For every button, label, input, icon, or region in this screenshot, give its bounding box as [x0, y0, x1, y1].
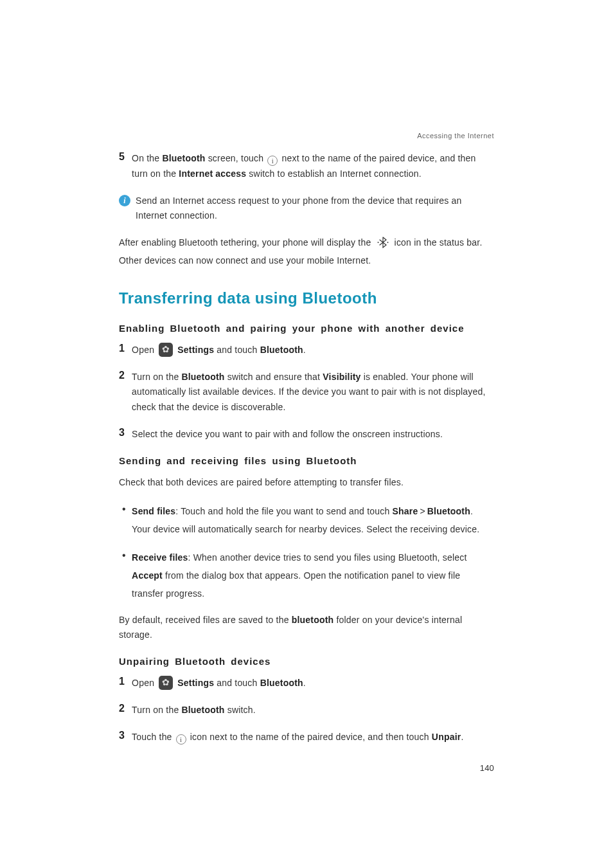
text: : When another device tries to send you …	[188, 552, 467, 563]
step-body: Touch the i icon next to the name of the…	[132, 730, 493, 745]
info-note: i Send an Internet access request to you…	[119, 194, 494, 224]
step-body: Turn on the Bluetooth switch.	[132, 703, 493, 718]
step-1: 1 Open Settings and touch Bluetooth.	[119, 676, 494, 691]
settings-icon	[159, 676, 173, 690]
text: switch.	[225, 705, 256, 715]
bold: Bluetooth	[162, 153, 205, 163]
text: On the	[132, 153, 162, 163]
step-3: 3 Touch the i icon next to the name of t…	[119, 730, 494, 745]
bold: bluetooth	[292, 615, 334, 625]
step-number: 3	[119, 427, 129, 439]
bold: Accept	[132, 570, 163, 581]
step-2: 2 Turn on the Bluetooth switch.	[119, 703, 494, 718]
bluetooth-tethering-icon	[377, 237, 389, 253]
paragraph: By default, received files are saved to …	[119, 613, 494, 644]
bold: Bluetooth	[181, 372, 224, 382]
text: .	[303, 678, 306, 688]
info-icon: i	[267, 156, 278, 166]
bold: Bluetooth	[427, 506, 470, 516]
text: By default, received files are saved to …	[119, 615, 292, 625]
step-3: 3 Select the device you want to pair wit…	[119, 427, 494, 442]
info-icon: i	[176, 734, 186, 745]
text: Open	[132, 345, 157, 355]
paragraph: After enabling Bluetooth tethering, your…	[119, 235, 494, 269]
text: Turn on the	[132, 372, 181, 382]
step-body: Turn on the Bluetooth switch and ensure …	[132, 370, 493, 415]
bold: Send files	[132, 506, 175, 516]
step-body: On the Bluetooth screen, touch i next to…	[132, 151, 493, 182]
subsection-heading: Enabling Bluetooth and pairing your phon…	[119, 323, 494, 334]
text: .	[303, 345, 306, 355]
subsection-heading: Sending and receiving files using Blueto…	[119, 455, 494, 466]
note-body: Send an Internet access request to your …	[136, 194, 493, 224]
list-item: • Send files: Touch and hold the file yo…	[119, 502, 494, 538]
text: Turn on the	[132, 705, 181, 715]
bold: Bluetooth	[260, 678, 303, 688]
text: After enabling Bluetooth tethering, your…	[119, 237, 374, 248]
text: Touch the	[132, 732, 175, 742]
page-number: 140	[119, 763, 494, 773]
bold: Settings	[177, 678, 214, 688]
document-page: Accessing the Internet 5 On the Bluetoot…	[0, 0, 613, 811]
paragraph: Check that both devices are paired befor…	[119, 475, 494, 491]
step-number: 3	[119, 730, 129, 741]
note-icon: i	[119, 195, 130, 206]
text: Open	[132, 678, 157, 688]
bold: Bluetooth	[181, 705, 224, 715]
bold: Receive files	[132, 552, 188, 563]
step-body: Open Settings and touch Bluetooth.	[132, 676, 493, 691]
chevron-right-icon: >	[420, 506, 425, 516]
step-body: Select the device you want to pair with …	[132, 427, 493, 442]
svg-point-0	[377, 242, 378, 243]
step-2: 2 Turn on the Bluetooth switch and ensur…	[119, 370, 494, 415]
svg-point-1	[387, 242, 388, 243]
step-number: 1	[119, 676, 129, 687]
list-item: • Receive files: When another device tri…	[119, 548, 494, 602]
text: switch to establish an Internet connecti…	[246, 168, 422, 179]
text: : Touch and hold the file you want to se…	[175, 506, 392, 516]
list-body: Receive files: When another device tries…	[132, 548, 493, 602]
step-number: 5	[119, 151, 129, 163]
text: switch and ensure that	[225, 372, 323, 382]
text: and touch	[214, 678, 260, 688]
bold: Unpair	[432, 732, 461, 742]
bold: Internet access	[179, 168, 246, 179]
text: icon next to the name of the paired devi…	[188, 732, 432, 742]
bullet-icon: •	[119, 502, 129, 516]
text: from the dialog box that appears. Open t…	[132, 570, 460, 599]
step-5: 5 On the Bluetooth screen, touch i next …	[119, 151, 494, 182]
step-1: 1 Open Settings and touch Bluetooth.	[119, 343, 494, 358]
bold: Share	[392, 506, 418, 516]
bullet-list: • Send files: Touch and hold the file yo…	[119, 502, 494, 602]
breadcrumb: Accessing the Internet	[119, 132, 494, 140]
bullet-icon: •	[119, 548, 129, 563]
step-number: 1	[119, 343, 129, 354]
text: screen, touch	[206, 153, 267, 163]
list-body: Send files: Touch and hold the file you …	[132, 502, 493, 538]
text: .	[461, 732, 463, 742]
step-number: 2	[119, 370, 129, 381]
step-body: Open Settings and touch Bluetooth.	[132, 343, 493, 358]
settings-icon	[159, 343, 173, 357]
section-heading: Transferring data using Bluetooth	[119, 289, 494, 307]
bold: Visibility	[323, 372, 360, 382]
bold: Settings	[177, 345, 214, 355]
text: Select the device you want to pair with …	[132, 429, 443, 439]
subsection-heading: Unpairing Bluetooth devices	[119, 656, 494, 667]
text: and touch	[214, 345, 260, 355]
step-number: 2	[119, 703, 129, 714]
bold: Bluetooth	[260, 345, 303, 355]
